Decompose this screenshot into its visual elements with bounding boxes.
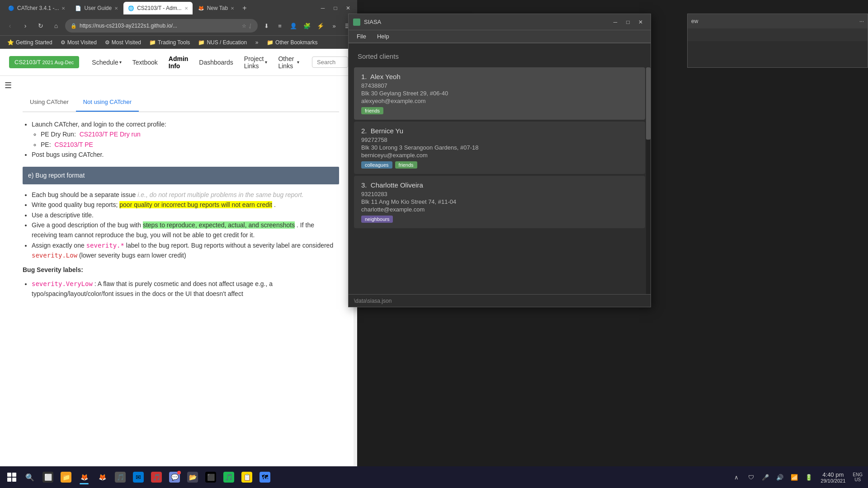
siasa-minimize-button[interactable]: ─ — [610, 17, 621, 28]
tab-userguide[interactable]: 📄 User Guide ✕ — [71, 2, 123, 14]
firefox-icon: 🦊 — [79, 472, 90, 483]
tray-volume-icon[interactable]: 🔊 — [774, 469, 786, 485]
bookmark-getting-started[interactable]: ⭐ Getting Started — [4, 38, 56, 47]
taskbar-firefox2[interactable]: 🦊 — [94, 469, 110, 485]
taskbar-yellow-app[interactable]: 📋 — [239, 469, 255, 485]
siasa-statusbar: \data\siasa.json — [349, 294, 651, 307]
tray-battery-icon[interactable]: 🔋 — [802, 469, 815, 485]
tab-cs2103-close[interactable]: ✕ — [184, 6, 188, 11]
taskbar-discord[interactable]: 💬 — [166, 469, 183, 485]
media-icon: 🎵 — [115, 472, 126, 483]
bookmark-most-visited-1[interactable]: ⚙ Most Visited — [57, 38, 100, 47]
tray-shield-icon[interactable]: 🛡 — [745, 469, 757, 485]
taskbar-taskview[interactable]: ⬜ — [40, 469, 56, 485]
tab-using-catcher[interactable]: Using CATcher — [23, 94, 76, 112]
discord-notification-badge — [177, 471, 181, 474]
refresh-button[interactable]: ↻ — [34, 19, 47, 32]
taskbar-maps[interactable]: 🗺 — [257, 469, 273, 485]
more-tools-icon[interactable]: » — [328, 20, 340, 32]
nav-project-links[interactable]: Project Links ▾ — [241, 53, 271, 71]
bookmarks-overflow-button[interactable]: » — [251, 39, 262, 46]
siasa-client-2[interactable]: 2. Bernice Yu 99272758 Blk 30 Lorong 3 S… — [354, 122, 645, 174]
system-clock[interactable]: 4:40 pm 29/10/2021 — [817, 469, 849, 485]
bookmarks-list-icon[interactable]: ≡ — [274, 20, 286, 32]
url-box[interactable]: 🔒 https://nus-cs2103-ay2122s1.github.io/… — [65, 19, 258, 33]
taskbar-firefox[interactable]: 🦊 — [76, 469, 92, 485]
siasa-help-menu[interactable]: Help — [373, 32, 394, 41]
tab-userguide-close[interactable]: ✕ — [114, 6, 118, 11]
taskbar-terminal[interactable]: ⬛ — [203, 469, 219, 485]
tab-not-using-catcher[interactable]: Not using CATcher — [76, 94, 139, 112]
siasa-client-3[interactable]: 3. Charlotte Oliveira 93210283 Blk 11 An… — [354, 176, 645, 228]
taskbar-files2[interactable]: 📂 — [184, 469, 201, 485]
site-search-input[interactable] — [312, 56, 348, 68]
tab-catcher-close[interactable]: ✕ — [61, 6, 65, 11]
tray-mic-icon[interactable]: 🎤 — [759, 469, 772, 485]
browser-minimize-button[interactable]: ─ — [317, 3, 328, 14]
siasa-file-menu[interactable]: File — [352, 32, 371, 41]
shield-icon: 🔒 — [71, 23, 77, 29]
nav-admin-info[interactable]: Admin Info — [165, 53, 192, 71]
tray-chevron-icon[interactable]: ∧ — [730, 469, 743, 485]
app8-icon: 🎵 — [151, 472, 162, 483]
bookmark-star-icon[interactable]: ☆ — [242, 23, 246, 29]
hamburger-menu-button[interactable]: ☰ — [5, 80, 12, 90]
tray-wifi-icon[interactable]: 📶 — [788, 469, 801, 485]
home-button[interactable]: ⌂ — [50, 19, 62, 32]
taskbar-media[interactable]: 🎵 — [112, 469, 128, 485]
taskbar-mail[interactable]: ✉ — [130, 469, 146, 485]
other-window-more[interactable]: ··· — [859, 18, 864, 24]
nav-schedule[interactable]: Schedule ▾ — [88, 57, 125, 68]
new-tab-button[interactable]: + — [240, 4, 249, 12]
siasa-sorted-label: Sorted clients — [349, 43, 651, 67]
tab-newtab[interactable]: 🦊 New Tab ✕ — [193, 2, 239, 14]
nav-textbook[interactable]: Textbook — [129, 57, 161, 68]
bookmark-nus-education[interactable]: 📁 NUS / Education — [194, 38, 250, 47]
pe-link[interactable]: CS2103/T PE — [54, 141, 93, 148]
screenshot-icon[interactable]: ⎷ — [249, 23, 252, 28]
locale-button[interactable]: ENG US — [851, 472, 864, 482]
bookmark-other[interactable]: 📁 Other Bookmarks — [263, 38, 321, 47]
extensions2-icon[interactable]: ⚡ — [315, 20, 326, 32]
siasa-maximize-button[interactable]: □ — [623, 17, 633, 28]
extensions-icon[interactable]: 🧩 — [301, 20, 313, 32]
siasa-scrollbar-thumb[interactable] — [646, 67, 651, 140]
bookmark-nus-label: NUS / Education — [207, 39, 247, 46]
bug-severity-title: Bug Severity labels: — [23, 265, 339, 275]
back-button[interactable]: ‹ — [4, 19, 16, 32]
nav-other-links[interactable]: Other Links ▾ — [274, 53, 303, 71]
taskbar-app8[interactable]: 🎵 — [148, 469, 165, 485]
siasa-title-text: SIASA — [364, 19, 606, 25]
bug-bullet-5: Assign exactly one severity.* label to t… — [32, 240, 339, 261]
taskbar-spotify[interactable]: 🎵 — [221, 469, 237, 485]
site-logo[interactable]: CS2103/T 2021 Aug-Dec — [9, 56, 79, 68]
tab-cs2103[interactable]: 🌐 CS2103/T - Adm... ✕ — [123, 2, 193, 14]
taskbar-search-button[interactable]: 🔍 — [22, 469, 38, 485]
pe-label: PE: — [41, 141, 51, 148]
pe-dry-run-link[interactable]: CS2103/T PE Dry run — [80, 131, 141, 138]
tab-newtab-close[interactable]: ✕ — [231, 6, 234, 11]
download-icon[interactable]: ⬇ — [260, 20, 272, 32]
nav-dashboards[interactable]: Dashboards — [195, 57, 237, 68]
start-square-1 — [7, 473, 11, 477]
browser-close-button[interactable]: ✕ — [343, 3, 354, 14]
bookmark-most-visited-2[interactable]: ⚙ Most Visited — [101, 38, 145, 47]
bookmark-trading-tools[interactable]: 📁 Trading Tools — [146, 38, 193, 47]
siasa-titlebar: SIASA ─ □ ✕ — [349, 14, 651, 30]
siasa-client-1[interactable]: 1. Alex Yeoh 87438807 Blk 30 Geylang Str… — [354, 67, 645, 120]
other-window: ew ··· — [687, 14, 868, 68]
bookmark-most-visited-2-label: Most Visited — [112, 39, 141, 46]
start-square-3 — [7, 478, 11, 482]
browser-maximize-button[interactable]: □ — [330, 3, 341, 14]
tag-neighbours-3: neighbours — [361, 216, 393, 223]
account-icon[interactable]: 👤 — [288, 20, 299, 32]
site-nav: CS2103/T 2021 Aug-Dec Schedule ▾ Textboo… — [0, 49, 357, 76]
bug-bullet-4-before: Give a good description of the bug with — [32, 221, 143, 229]
siasa-close-button[interactable]: ✕ — [635, 17, 646, 28]
files2-icon: 📂 — [187, 472, 198, 483]
start-button[interactable] — [4, 469, 20, 485]
forward-button[interactable]: › — [19, 19, 32, 32]
tab-catcher[interactable]: 🔵 CATcher 3.4.1 -... ✕ — [4, 2, 70, 14]
taskbar-file-explorer[interactable]: 📁 — [58, 469, 74, 485]
bug-bullet-2-after: . — [274, 201, 276, 208]
